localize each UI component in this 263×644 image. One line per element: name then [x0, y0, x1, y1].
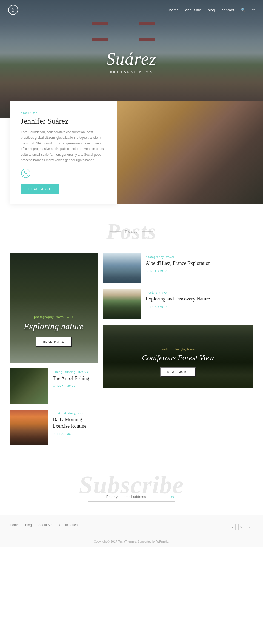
post-discovery-image — [103, 289, 141, 319]
post-discovery-body: lifestyle, travel Exploring and Discover… — [146, 289, 253, 308]
mail-icon: ✉ — [171, 494, 174, 500]
posts-section-header: Posts Posts — [10, 220, 253, 242]
post-fishing-categories: fishing, hunting, lifestyle — [53, 371, 98, 374]
about-photo — [117, 101, 263, 204]
posts-section: Posts Posts photography, travel, wild Ex… — [0, 204, 263, 456]
post-conifer-content: hunting, lifestyle, travel Coniferous Fo… — [103, 348, 253, 377]
post-fishing: fishing, hunting, lifestyle The Art of F… — [10, 368, 98, 404]
about-label: about me — [21, 111, 106, 115]
footer-nav: Home Blog About Me Get In Touch — [10, 523, 78, 527]
post-alps-categories: photography, travel — [146, 256, 253, 259]
post-fishing-title: The Art of Fishing — [53, 375, 98, 382]
footer-link-contact[interactable]: Get In Touch — [59, 523, 78, 527]
post-conifer-title: Coniferous Forest View — [108, 353, 248, 362]
post-alps-title: Alpe d'Huez, France Exploration — [146, 260, 253, 266]
post-morning-image — [10, 410, 48, 445]
nav-links: home about me blog contact 🔍 ··· — [169, 8, 255, 12]
post-alps-read-more[interactable]: → READ MORE — [146, 269, 253, 273]
post-conifer[interactable]: hunting, lifestyle, travel Coniferous Fo… — [103, 325, 253, 388]
svg-point-0 — [21, 169, 30, 178]
arrow-icon-4: → — [146, 305, 149, 308]
subscribe-section: Subscribe ✉ — [0, 456, 263, 515]
posts-line-title: Posts — [110, 229, 153, 234]
subscribe-email-input[interactable] — [88, 492, 175, 502]
post-alps-image — [103, 253, 141, 283]
post-featured-content: photography, travel, wild Exploring natu… — [10, 315, 98, 347]
about-icon — [21, 168, 106, 180]
subscribe-form: ✉ — [10, 492, 253, 502]
arrow-icon: → — [53, 385, 56, 388]
post-conifer-categories: hunting, lifestyle, travel — [108, 348, 248, 351]
post-fishing-image — [10, 368, 48, 404]
post-alps: photography, travel Alpe d'Huez, France … — [103, 253, 253, 283]
post-morning: breakfast, daily, sport Daily Morning Ex… — [10, 410, 98, 445]
footer: Home Blog About Me Get In Touch f t in g… — [0, 515, 263, 547]
post-discovery-read-more[interactable]: → READ MORE — [146, 305, 253, 308]
post-featured-categories: photography, travel, wild — [15, 315, 92, 319]
footer-social-icons: f t in g+ — [221, 524, 253, 530]
post-morning-read-more[interactable]: → READ MORE — [53, 432, 98, 435]
nav-home[interactable]: home — [169, 8, 179, 12]
arrow-icon-3: → — [146, 269, 149, 273]
about-card: about me Jennifer Suárez Ford Foundation… — [10, 101, 117, 204]
nav-about[interactable]: about me — [185, 8, 201, 12]
post-morning-body: breakfast, daily, sport Daily Morning Ex… — [53, 410, 98, 435]
arrow-icon-2: → — [53, 432, 56, 435]
post-discovery: lifestyle, travel Exploring and Discover… — [103, 289, 253, 319]
about-name: Jennifer Suárez — [21, 117, 106, 126]
hero-title: Suárez — [0, 49, 263, 69]
footer-link-blog[interactable]: Blog — [25, 523, 32, 527]
social-facebook-icon[interactable]: f — [221, 524, 227, 530]
about-read-more-button[interactable]: READ MORE — [21, 184, 59, 194]
posts-left-col: photography, travel, wild Exploring natu… — [10, 253, 98, 445]
site-logo[interactable]: S — [8, 5, 18, 15]
search-icon[interactable]: 🔍 — [241, 8, 245, 12]
post-fishing-read-more[interactable]: → READ MORE — [53, 385, 98, 388]
post-conifer-read-more-button[interactable]: READ MORE — [160, 367, 196, 377]
main-nav: S home about me blog contact 🔍 ··· — [0, 0, 263, 20]
post-morning-title: Daily Morning Exercise Routine — [53, 416, 98, 429]
hero-subtitle: PERSONAL BLOG — [0, 71, 263, 74]
more-options-icon[interactable]: ··· — [252, 8, 255, 12]
posts-right-col: photography, travel Alpe d'Huez, France … — [103, 253, 253, 445]
svg-point-1 — [24, 171, 27, 174]
post-fishing-body: fishing, hunting, lifestyle The Art of F… — [53, 368, 98, 388]
social-twitter-icon[interactable]: t — [230, 524, 236, 530]
nav-blog[interactable]: blog — [208, 8, 215, 12]
post-featured-overlay — [10, 253, 98, 363]
post-discovery-categories: lifestyle, travel — [146, 291, 253, 294]
post-featured-read-more-button[interactable]: READ MORE — [36, 337, 72, 347]
footer-link-home[interactable]: Home — [10, 523, 19, 527]
post-alps-body: photography, travel Alpe d'Huez, France … — [146, 253, 253, 273]
social-googleplus-icon[interactable]: g+ — [247, 524, 253, 530]
post-morning-categories: breakfast, daily, sport — [53, 412, 98, 415]
footer-copyright: Copyright © 2017 TeslaThemes. Supported … — [10, 540, 253, 543]
social-linkedin-icon[interactable]: in — [238, 524, 244, 530]
about-text: Ford Foundation, collaborative consumpti… — [21, 129, 106, 163]
hero-text-block: Suárez PERSONAL BLOG — [0, 49, 263, 74]
post-discovery-title: Exploring and Discovery Nature — [146, 296, 253, 302]
posts-layout: photography, travel, wild Exploring natu… — [10, 253, 253, 445]
footer-link-about[interactable]: About Me — [38, 523, 52, 527]
nav-contact[interactable]: contact — [222, 8, 234, 12]
about-section: about me Jennifer Suárez Ford Foundation… — [0, 101, 263, 204]
post-featured[interactable]: photography, travel, wild Exploring natu… — [10, 253, 98, 363]
post-featured-title: Exploring nature — [15, 321, 92, 331]
